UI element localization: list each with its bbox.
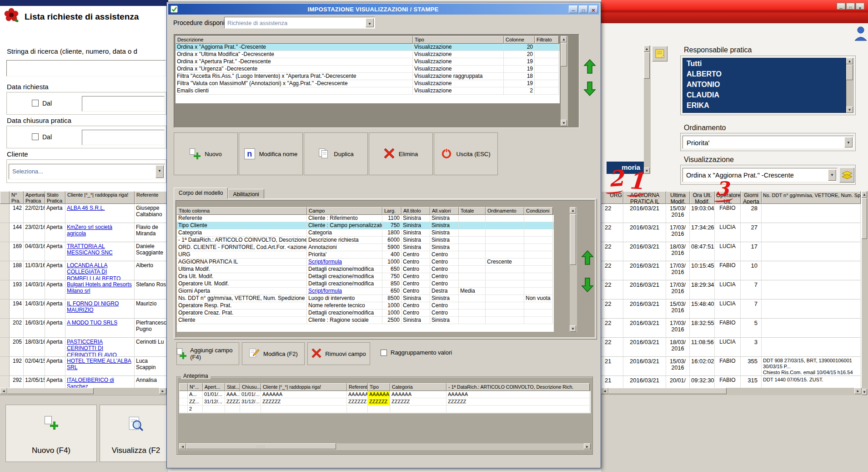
view-row[interactable]: Filtra "Valuta con MassimoM" (Annotazion…: [176, 80, 560, 87]
column-header[interactable]: Ultima Modif.: [666, 191, 690, 204]
scroll-left-icon[interactable]: [179, 443, 186, 449]
move-field-up-button[interactable]: [581, 250, 594, 266]
column-header[interactable]: Giorni Aperta: [741, 191, 762, 204]
column-header[interactable]: N° Pra.: [10, 191, 24, 204]
column-header[interactable]: Tipo: [413, 36, 504, 44]
request-row[interactable]: 16904/03/16ApertaTRATTORIA AL MESSICANO …: [0, 242, 168, 261]
request-row[interactable]: 29212/05/15ApertaITALOEIBERICO di Sanche…: [0, 376, 168, 388]
column-header[interactable]: Referente: [135, 191, 168, 204]
request-row[interactable]: 14222/02/16ApertaALBA 46 S.R.L.Giuseppe …: [0, 204, 168, 223]
cliente-link[interactable]: KmZero srl società agricola: [67, 224, 112, 237]
chevron-down-icon[interactable]: [366, 18, 374, 27]
column-header[interactable]: [0, 191, 10, 204]
responsabile-item[interactable]: ANTONIO: [683, 79, 846, 90]
scroll-up-icon[interactable]: [644, 46, 650, 52]
visualizzazione-select[interactable]: Ordina x "Aggiorna Prat." -Crescente: [682, 168, 838, 182]
row-selector[interactable]: [0, 376, 10, 388]
scroll-up-icon[interactable]: [570, 207, 576, 213]
column-header[interactable]: Ns. DDT n° gg/mm/aa, VETTORE, Num. Spedi…: [762, 191, 861, 204]
scrollbar-thumb[interactable]: [570, 214, 576, 265]
result-row[interactable]: 212016/03/2115/03/ 201616:02:02FABIO355D…: [601, 357, 862, 376]
cliente-link[interactable]: A MODO TUO SRLS: [67, 320, 117, 326]
responsabile-listbox[interactable]: TuttiALBERTOANTONIOCLAUDIAERIKA: [682, 58, 846, 113]
field-row[interactable]: Ns. DDT n° gg/mm/aa, VETTORE, Num. Spedi…: [177, 295, 554, 302]
cliente-link[interactable]: ALBA 46 S.R.L.: [67, 205, 105, 211]
field-row[interactable]: URGPriorita'400CentroCentro: [177, 251, 554, 259]
note-button[interactable]: [652, 46, 667, 61]
data-richiesta-input[interactable]: [82, 96, 165, 112]
maximize-button[interactable]: [579, 5, 588, 13]
result-row[interactable]: 222016/03/2118/03/ 201611:08:56LUCIA3: [601, 338, 862, 357]
cliente-link[interactable]: LOCANDA ALLA COLLEGIATA DI BOMBELLI ALBE…: [67, 262, 120, 280]
view-row[interactable]: Ordina x "Ultima Modifica" -DecrescenteV…: [176, 51, 560, 58]
scroll-up-icon[interactable]: [561, 36, 567, 42]
column-header[interactable]: Campo: [307, 207, 382, 215]
close-button[interactable]: [856, 3, 864, 10]
request-row[interactable]: 20216/03/16ApertaA MODO TUO SRLSPierfran…: [0, 319, 168, 338]
view-row[interactable]: Filtra "Accetta Ris.Ass." (Luogo Interve…: [176, 73, 560, 80]
column-header[interactable]: Titolo colonna: [177, 207, 307, 215]
view-row[interactable]: Ordina x "Apertura Prat." -DecrescenteVi…: [176, 58, 560, 66]
column-header[interactable]: Descrizione: [176, 36, 413, 44]
views-settings-button[interactable]: [839, 167, 854, 183]
result-row[interactable]: 222016/03/2118/03/ 201608:47:51LUCIA17: [601, 242, 862, 261]
scroll-down-icon[interactable]: [570, 325, 576, 332]
scroll-right-icon[interactable]: [584, 443, 591, 449]
row-selector[interactable]: [0, 299, 10, 319]
cliente-link[interactable]: PASTICCERIA CERINOTTI DI CERINOTTI FLAVI…: [67, 339, 117, 357]
row-selector[interactable]: [0, 280, 10, 299]
vertical-scrollbar[interactable]: [561, 36, 568, 126]
row-selector[interactable]: [0, 338, 10, 357]
campo-link[interactable]: Script/formula: [308, 259, 342, 265]
request-row[interactable]: 19314/03/16ApertaBulgari Hotels and Reso…: [0, 280, 168, 299]
chevron-down-icon[interactable]: [156, 165, 164, 178]
row-selector[interactable]: [0, 242, 10, 261]
ordinamento-select[interactable]: Priorita': [682, 136, 854, 149]
vertical-scrollbar[interactable]: [644, 46, 651, 174]
user-icon[interactable]: [854, 25, 868, 41]
nuovo-button[interactable]: Nuovo: [174, 132, 238, 175]
data-chiusura-input[interactable]: [82, 130, 165, 145]
procedure-select[interactable]: Richieste di assistenza: [224, 17, 375, 29]
scrollbar-thumb[interactable]: [608, 388, 727, 394]
chevron-down-icon[interactable]: [844, 137, 853, 147]
scroll-right-icon[interactable]: [854, 388, 862, 394]
field-row[interactable]: Operatore Creaz. Prat.Dettagli creazione…: [177, 310, 554, 317]
horizontal-scrollbar[interactable]: [179, 443, 591, 450]
column-header[interactable]: All.valori: [430, 207, 459, 215]
result-row[interactable]: 222016/03/2117/03/ 201610:15:45FABIO10: [601, 261, 862, 280]
request-row[interactable]: 19414/03/16ApertaIL FORNO DI NIGRO MAURI…: [0, 299, 168, 319]
vertical-scrollbar[interactable]: [862, 191, 868, 395]
row-selector[interactable]: [0, 357, 10, 376]
cliente-link[interactable]: IL FORNO DI NIGRO MAURIZIO: [67, 300, 119, 313]
vertical-scrollbar[interactable]: [846, 58, 854, 113]
cliente-select[interactable]: Seleziona...: [9, 164, 165, 179]
minimize-button[interactable]: [569, 5, 578, 13]
scroll-right-icon[interactable]: [159, 388, 166, 394]
column-header[interactable]: Cliente |°_°| raddoppia riga!: [65, 191, 135, 204]
field-row[interactable]: Operatore Ult. Modif.Dettagli creazione/…: [177, 280, 554, 288]
view-row[interactable]: Ordina x "Urgenza" -DecrescenteVisualizz…: [176, 66, 560, 73]
elimina-button[interactable]: Elimina: [369, 132, 433, 175]
responsabile-item[interactable]: ALBERTO: [683, 69, 846, 79]
result-row[interactable]: 222016/03/2115/03/ 201619:03:04FABIO28: [601, 204, 862, 223]
request-row[interactable]: 20518/03/16ApertaPASTICCERIA CERINOTTI D…: [0, 338, 168, 357]
horizontal-scrollbar[interactable]: [601, 388, 862, 395]
modifica-nome-button[interactable]: Modifica nome: [239, 132, 303, 175]
vertical-scrollbar[interactable]: [570, 207, 577, 332]
tab-corpo-del-modello[interactable]: Corpo del modello: [174, 188, 228, 199]
field-row[interactable]: ReferenteCliente : Riferimento1100Sinist…: [177, 215, 554, 222]
close-button[interactable]: [589, 5, 598, 13]
row-selector[interactable]: [0, 319, 10, 338]
search-input[interactable]: [6, 60, 166, 76]
row-selector[interactable]: [0, 204, 10, 223]
scroll-down-icon[interactable]: [561, 120, 567, 126]
field-row[interactable]: Giorni ApertaScript/formula650CentroDest…: [177, 288, 554, 295]
scrollbar-thumb[interactable]: [644, 52, 650, 79]
field-row[interactable]: - 1ª DataRich.: ARTICOLO COINVOLTO, Desc…: [177, 237, 554, 244]
column-header[interactable]: Totale: [459, 207, 486, 215]
request-row[interactable]: 18811/03/16ApertaLOCANDA ALLA COLLEGIATA…: [0, 261, 168, 280]
result-row[interactable]: 222016/03/2117/03/ 201618:29:34LUCIA7: [601, 280, 862, 299]
campo-link[interactable]: Script/formula: [308, 288, 342, 294]
request-row[interactable]: 14423/02/16ApertaKmZero srl società agri…: [0, 223, 168, 242]
